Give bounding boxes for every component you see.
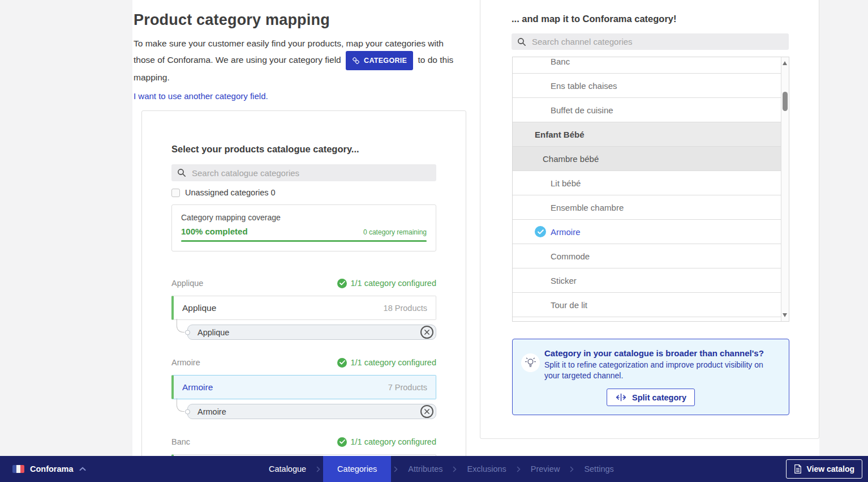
channel-category-label: Commode (551, 251, 590, 261)
channel-category-label: Ens table chaises (551, 81, 617, 91)
catalogue-column: Product category mapping To make sure yo… (134, 0, 480, 101)
channel-category-label: Buffet de cuisine (551, 105, 613, 115)
connector-line (177, 319, 184, 332)
connector-line (177, 398, 184, 412)
search-icon (517, 37, 526, 46)
tip-title: Category in your catalogue is broader th… (544, 348, 777, 358)
page-description: To make sure your customer easily find y… (134, 36, 454, 85)
category-field-badge: CATEGORIE (346, 51, 413, 70)
document-icon (794, 464, 802, 474)
section-status: 1/1 category configured (337, 279, 436, 288)
coverage-completed: 100% completed (181, 227, 248, 236)
channel-category-group-row[interactable]: Enfant Bébé (513, 122, 781, 147)
split-button-label: Split category (632, 393, 686, 402)
tip-body: Split it to refine categorization and im… (544, 360, 766, 381)
check-circle-icon (337, 437, 347, 447)
step-preview[interactable]: Preview (523, 456, 568, 482)
channel-category-list: Banc Ens table chaises Buffet de cuisine… (512, 57, 789, 322)
channel-category-row[interactable]: Sticker (513, 268, 781, 293)
page-title: Product category mapping (134, 11, 480, 29)
channel-category-subgroup-row[interactable]: Chambre bébé (513, 147, 781, 171)
chevron-up-icon (79, 467, 86, 471)
section-status-text: 1/1 category configured (350, 437, 436, 446)
section-label: Armoire (171, 358, 200, 367)
scroll-down-arrow[interactable] (783, 313, 787, 317)
view-catalog-button[interactable]: View catalog (786, 459, 862, 479)
mapped-category-chip-row: Applique (187, 325, 436, 340)
scroll-up-arrow[interactable] (783, 61, 787, 65)
channel-category-row[interactable]: Ensemble chambre (513, 195, 781, 220)
channel-category-label: Armoire (551, 227, 581, 237)
channel-category-row[interactable]: Buffet de cuisine (513, 98, 781, 122)
search-icon (177, 168, 186, 177)
check-circle-icon (337, 358, 347, 368)
channel-category-row[interactable]: Banc (513, 57, 781, 74)
split-category-tip: Category in your catalogue is broader th… (512, 339, 789, 415)
bottom-navigation-bar: Conforama Catalogue Categories Attribute… (0, 456, 868, 482)
category-name: Applique (182, 303, 384, 313)
split-category-button[interactable]: Split category (607, 389, 695, 406)
channel-category-label: Chambre bébé (543, 154, 599, 164)
unassigned-label: Unassigned categories 0 (185, 188, 276, 197)
store-selector[interactable]: Conforama (12, 456, 86, 482)
catalogue-category-row[interactable]: Applique 18 Products (171, 296, 436, 320)
chip-anchor-dot (185, 409, 190, 414)
remove-mapping-button[interactable] (420, 405, 433, 418)
step-attributes[interactable]: Attributes (401, 456, 450, 482)
list-scrollbar (781, 57, 789, 321)
category-name: Armoire (182, 382, 388, 393)
store-name: Conforama (30, 464, 74, 474)
catalogue-section-armoire: Armoire 1/1 category configured Armoire … (171, 357, 436, 419)
section-status: 1/1 category configured (337, 358, 436, 368)
step-exclusions[interactable]: Exclusions (459, 456, 513, 482)
coverage-title: Category mapping coverage (181, 213, 427, 222)
chevron-right-icon (567, 466, 577, 472)
change-category-field-link[interactable]: I want to use another category field. (134, 91, 268, 101)
channel-category-row[interactable]: Lit bébé (513, 171, 781, 195)
france-flag-icon (12, 465, 24, 473)
mapped-category-chip: Applique (187, 325, 436, 340)
channel-category-label: Lit bébé (551, 178, 581, 188)
channel-category-row-checked[interactable]: Armoire (513, 220, 781, 244)
mapped-category-chip-row: Armoire (187, 404, 436, 419)
step-catalogue[interactable]: Catalogue (261, 456, 313, 482)
catalogue-search-input[interactable] (191, 168, 431, 178)
channel-category-row[interactable]: Commode (513, 244, 781, 268)
channel-search-input[interactable] (531, 36, 783, 47)
step-settings[interactable]: Settings (577, 456, 621, 482)
channel-category-label: Enfant Bébé (535, 130, 585, 139)
unassigned-checkbox[interactable] (171, 189, 180, 197)
channel-category-row[interactable]: Ens table chaises (513, 74, 781, 98)
unassigned-filter: Unassigned categories 0 (171, 188, 436, 197)
section-status-text: 1/1 category configured (350, 358, 436, 367)
channel-category-row[interactable] (513, 317, 781, 322)
chain-link-icon (352, 57, 360, 65)
split-icon (615, 393, 627, 402)
channel-category-label: Ensemble chambre (551, 203, 624, 212)
channel-category-label: Banc (551, 57, 570, 66)
catalogue-category-card: Select your products catalogue category.… (141, 110, 466, 456)
workflow-breadcrumb: Catalogue Categories Attributes Exclusio… (261, 456, 621, 482)
catalogue-section-banc: Banc 1/1 category configured Banc 20 Pro… (171, 436, 436, 456)
channel-search-box (512, 33, 789, 50)
section-status: 1/1 category configured (337, 437, 436, 447)
view-catalog-label: View catalog (806, 464, 854, 474)
channel-category-label: Sticker (551, 276, 577, 285)
catalogue-search-box (171, 164, 436, 181)
category-product-count: 18 Products (384, 304, 427, 313)
chevron-right-icon (391, 466, 401, 472)
scrollbar-thumb[interactable] (783, 92, 788, 111)
step-categories[interactable]: Categories (323, 456, 391, 482)
channel-panel-heading: ... and map it to Conforama category! (512, 14, 819, 24)
coverage-box: Category mapping coverage 100% completed… (171, 204, 436, 251)
catalogue-card-heading: Select your products catalogue category.… (171, 144, 436, 155)
lightbulb-icon (521, 353, 540, 372)
chip-label: Applique (197, 328, 420, 337)
channel-category-row[interactable]: Tour de lit (513, 293, 781, 317)
coverage-progress-track (181, 240, 427, 242)
catalogue-category-row-selected[interactable]: Armoire 7 Products (171, 375, 436, 399)
category-product-count: 7 Products (388, 383, 427, 392)
chip-label: Armoire (197, 407, 420, 416)
checked-circle-icon (535, 226, 546, 237)
remove-mapping-button[interactable] (420, 326, 433, 339)
